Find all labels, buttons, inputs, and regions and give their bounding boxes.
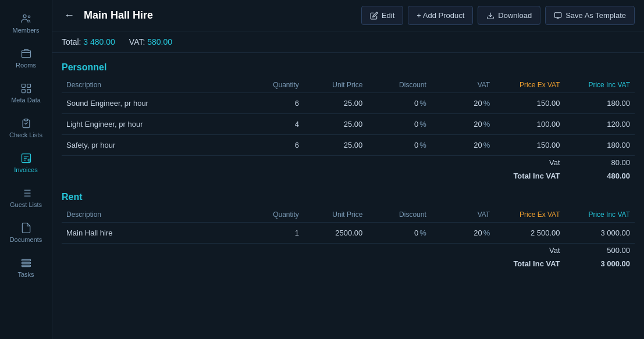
vat-amount: 580.00 xyxy=(147,37,172,47)
row-vat: 20% xyxy=(431,114,494,135)
col-header-vat: VAT xyxy=(431,77,494,93)
svg-rect-3 xyxy=(22,84,25,88)
sidebar-item-check-lists[interactable]: Check Lists xyxy=(0,110,52,145)
total-summary-label: Total Inc VAT xyxy=(494,169,564,183)
sidebar-item-rooms[interactable]: Rooms xyxy=(0,41,52,76)
section-personnel: Personnel Description Quantity Unit Pric… xyxy=(62,62,635,183)
total-summary-label: Total Inc VAT xyxy=(494,257,564,270)
total-summary-row: Total Inc VAT 3 000.00 xyxy=(62,257,635,270)
section-rent: Rent Description Quantity Unit Price Dis… xyxy=(62,192,635,270)
vat-summary-value: 500.00 xyxy=(565,244,635,258)
download-icon xyxy=(486,12,494,20)
row-description: Safety, pr hour xyxy=(62,135,252,156)
download-button[interactable]: Download xyxy=(478,6,540,25)
col-header-discount: Discount xyxy=(367,77,430,93)
sidebar-item-tasks[interactable]: Tasks xyxy=(0,250,52,285)
table-row: Main Hall hire 1 2500.00 0% 20% 2 500.00… xyxy=(62,223,635,244)
table-row: Safety, pr hour 6 25.00 0% 20% 150.00 18… xyxy=(62,135,635,156)
section-rent-title: Rent xyxy=(62,192,635,202)
row-discount: 0% xyxy=(367,223,430,244)
row-unit-price: 2500.00 xyxy=(304,223,367,244)
svg-rect-11 xyxy=(22,262,30,264)
row-description: Main Hall hire xyxy=(62,223,252,244)
template-icon xyxy=(554,12,562,20)
guestlists-label: Guest Lists xyxy=(10,201,42,208)
row-quantity: 1 xyxy=(252,223,304,244)
checklists-icon xyxy=(20,117,32,129)
sidebar-item-meta-data[interactable]: Meta Data xyxy=(0,76,52,110)
row-price-ex: 100.00 xyxy=(494,114,564,135)
row-quantity: 4 xyxy=(252,114,304,135)
svg-rect-12 xyxy=(22,265,30,267)
rooms-icon xyxy=(20,48,32,59)
col-header-unit-price: Unit Price xyxy=(304,207,367,223)
save-template-button[interactable]: Save As Template xyxy=(545,6,635,25)
sidebar-item-invoices[interactable]: Invoices xyxy=(0,145,52,180)
row-discount: 0% xyxy=(367,135,430,156)
col-header-price-inc: Price Inc VAT xyxy=(565,77,635,93)
row-discount: 0% xyxy=(367,93,430,114)
svg-rect-10 xyxy=(22,259,30,261)
row-unit-price: 25.00 xyxy=(304,135,367,156)
invoices-label: Invoices xyxy=(14,166,37,173)
row-quantity: 6 xyxy=(252,93,304,114)
guestlists-icon xyxy=(20,187,32,199)
total-summary-value: 3 000.00 xyxy=(565,257,635,270)
col-header-description: Description xyxy=(62,77,252,93)
personnel-table: Description Quantity Unit Price Discount… xyxy=(62,77,635,183)
col-header-price-inc: Price Inc VAT xyxy=(565,207,635,223)
vat-summary-row: Vat 500.00 xyxy=(62,244,635,258)
vat-label: VAT: 580.00 xyxy=(129,37,172,47)
row-unit-price: 25.00 xyxy=(304,93,367,114)
sidebar-item-documents[interactable]: Documents xyxy=(0,215,52,250)
svg-rect-2 xyxy=(22,51,30,58)
invoice-content: Personnel Description Quantity Unit Pric… xyxy=(52,53,644,339)
svg-point-1 xyxy=(28,16,30,17)
col-header-quantity: Quantity xyxy=(252,77,304,93)
section-personnel-title: Personnel xyxy=(62,62,635,73)
meta-icon xyxy=(20,83,32,94)
total-amount: 3 480.00 xyxy=(83,37,115,47)
row-vat: 20% xyxy=(431,93,494,114)
svg-rect-5 xyxy=(22,90,25,93)
edit-button[interactable]: Edit xyxy=(361,6,403,25)
sidebar-item-members[interactable]: Members xyxy=(0,6,52,41)
back-button[interactable]: ← xyxy=(62,7,77,24)
documents-icon xyxy=(20,222,32,234)
row-unit-price: 25.00 xyxy=(304,114,367,135)
add-product-button[interactable]: + Add Product xyxy=(408,6,473,25)
total-summary-row: Total Inc VAT 480.00 xyxy=(62,169,635,183)
sidebar: Members Rooms Meta Data Check Lists Invo… xyxy=(0,0,52,339)
sidebar-item-guest-lists[interactable]: Guest Lists xyxy=(0,180,52,215)
table-row: Light Engineer, pr hour 4 25.00 0% 20% 1… xyxy=(62,114,635,135)
svg-rect-4 xyxy=(27,84,30,88)
row-discount: 0% xyxy=(367,114,430,135)
row-vat: 20% xyxy=(431,223,494,244)
col-header-discount: Discount xyxy=(367,207,430,223)
row-price-inc: 3 000.00 xyxy=(565,223,635,244)
col-header-price-ex: Price Ex VAT xyxy=(494,207,564,223)
totals-bar: Total: 3 480.00 VAT: 580.00 xyxy=(52,31,644,53)
row-price-ex: 2 500.00 xyxy=(494,223,564,244)
meta-label: Meta Data xyxy=(11,97,41,104)
checklists-label: Check Lists xyxy=(9,131,42,138)
col-header-price-ex: Price Ex VAT xyxy=(494,77,564,93)
tasks-icon xyxy=(20,257,32,269)
total-summary-value: 480.00 xyxy=(565,169,635,183)
row-description: Sound Engineer, pr hour xyxy=(62,93,252,114)
col-header-description: Description xyxy=(62,207,252,223)
documents-label: Documents xyxy=(10,236,42,243)
total-label: Total: 3 480.00 xyxy=(62,37,115,47)
row-price-ex: 150.00 xyxy=(494,135,564,156)
tasks-label: Tasks xyxy=(17,271,34,278)
vat-summary-label: Vat xyxy=(494,156,564,170)
row-vat: 20% xyxy=(431,135,494,156)
vat-summary-value: 80.00 xyxy=(565,156,635,170)
col-header-vat: VAT xyxy=(431,207,494,223)
table-row: Sound Engineer, pr hour 6 25.00 0% 20% 1… xyxy=(62,93,635,114)
members-icon xyxy=(20,13,32,24)
invoices-icon xyxy=(20,152,32,164)
row-price-inc: 120.00 xyxy=(565,114,635,135)
svg-rect-14 xyxy=(554,12,561,17)
page-title: Main Hall Hire xyxy=(84,9,354,22)
